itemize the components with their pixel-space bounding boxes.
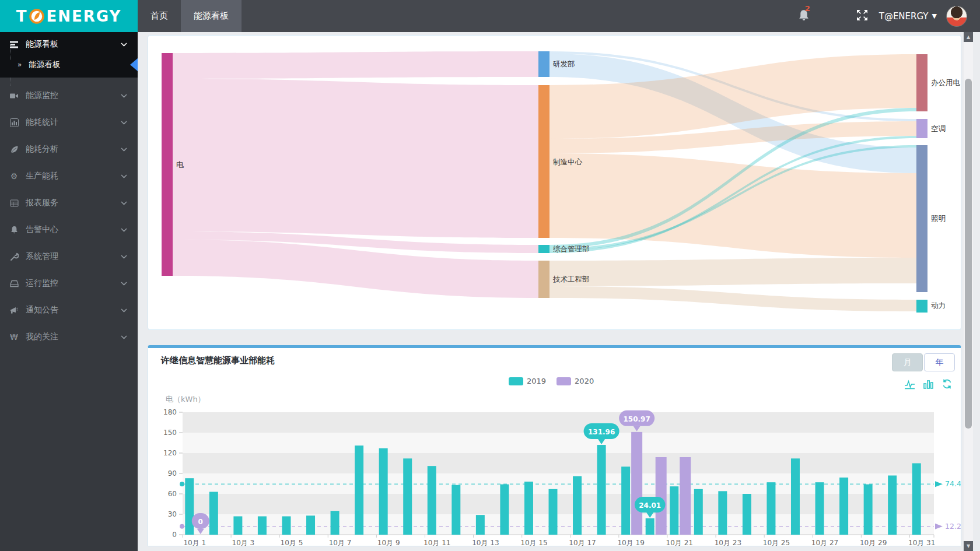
scroll-down-arrow[interactable]: ▼ bbox=[964, 541, 973, 551]
sidebar-item-energy-statistics[interactable]: 能耗统计 bbox=[0, 109, 138, 136]
sankey-node-general-admin[interactable] bbox=[538, 245, 550, 253]
bar-2020-day19[interactable] bbox=[631, 432, 642, 535]
bar-2019-day17[interactable] bbox=[573, 476, 582, 535]
dashboard-icon bbox=[9, 40, 19, 49]
sankey-node-electricity[interactable] bbox=[162, 53, 173, 276]
bar-2020-day20[interactable] bbox=[656, 457, 667, 535]
bar-2019-day30[interactable] bbox=[888, 476, 897, 535]
bar-2019-day28[interactable] bbox=[839, 478, 848, 535]
bar-2019-day21[interactable] bbox=[670, 486, 678, 535]
x-tick-label: 10月 1 bbox=[183, 539, 206, 546]
user-menu[interactable]: T@ENERGY bbox=[879, 11, 929, 22]
sankey-label: 空调 bbox=[931, 124, 946, 133]
scrollbar-thumb[interactable] bbox=[965, 79, 972, 429]
notification-bell[interactable]: 2 bbox=[797, 9, 810, 24]
grid-band bbox=[183, 412, 934, 433]
camera-icon bbox=[9, 92, 19, 100]
sankey-label: 制造中心 bbox=[553, 157, 583, 166]
bar-2019-day14[interactable] bbox=[500, 485, 509, 535]
sidebar-item-production-energy[interactable]: ⚙ 生产能耗 bbox=[0, 163, 138, 189]
sidebar-item-system-management[interactable]: 系统管理 bbox=[0, 243, 138, 270]
sidebar-item-energy-dashboard[interactable]: 能源看板 bbox=[0, 32, 138, 52]
average-arrow bbox=[935, 524, 943, 529]
bar-2019-day10[interactable] bbox=[403, 458, 412, 535]
bar-2019-day9[interactable] bbox=[379, 448, 388, 535]
legend-item-2019[interactable]: 2019 bbox=[509, 377, 546, 385]
sidebar-item-energy-monitoring[interactable]: 能源监控 bbox=[0, 82, 138, 109]
bar-2019-day13[interactable] bbox=[476, 515, 485, 535]
sidebar-item-alarm-center[interactable]: 告警中心 bbox=[0, 216, 138, 243]
tab-energy-dashboard[interactable]: 能源看板 bbox=[181, 0, 242, 32]
bar-2019-day8[interactable] bbox=[355, 445, 363, 535]
legend-item-2020[interactable]: 2020 bbox=[556, 377, 594, 385]
bar-2019-day27[interactable] bbox=[816, 482, 824, 535]
sankey-node-manufacturing-center[interactable] bbox=[538, 85, 550, 238]
sidebar-item-energy-analysis[interactable]: 能耗分析 bbox=[0, 136, 138, 163]
bar-2019-day20[interactable] bbox=[646, 518, 654, 535]
sidebar-item-label: 能耗分析 bbox=[26, 144, 58, 155]
legend-label: 2020 bbox=[575, 377, 594, 385]
sankey-node-rd-dept[interactable] bbox=[538, 51, 550, 77]
chevron-down-icon bbox=[121, 335, 127, 339]
bar-2019-day1[interactable] bbox=[185, 478, 194, 535]
bar-2019-day2[interactable] bbox=[209, 492, 218, 535]
sankey-node-hvac[interactable] bbox=[916, 119, 928, 138]
double-arrow-icon: » bbox=[18, 61, 22, 69]
sidebar-item-report-service[interactable]: 报表服务 bbox=[0, 189, 138, 216]
tab-home[interactable]: 首页 bbox=[138, 0, 181, 32]
bar-2019-day19[interactable] bbox=[621, 466, 630, 535]
user-caret-icon[interactable]: ▼ bbox=[932, 12, 937, 20]
sidebar-item-label: 报表服务 bbox=[26, 198, 58, 208]
bar-chart-icon[interactable] bbox=[923, 378, 934, 389]
bar-2019-day15[interactable] bbox=[524, 482, 533, 535]
sidebar-item-label: 告警中心 bbox=[26, 224, 58, 235]
y-tick-label: 150 bbox=[163, 429, 177, 437]
year-button[interactable]: 年 bbox=[924, 353, 955, 371]
bar-2019-day23[interactable] bbox=[718, 491, 727, 535]
bar-2019-day25[interactable] bbox=[766, 482, 775, 535]
bar-2019-day29[interactable] bbox=[864, 485, 873, 535]
x-tick-label: 10月 11 bbox=[424, 539, 450, 546]
sankey-node-lighting[interactable] bbox=[916, 145, 928, 292]
bar-2019-day3[interactable] bbox=[233, 517, 242, 535]
bar-2019-day16[interactable] bbox=[549, 489, 558, 535]
legend-label: 2019 bbox=[527, 377, 546, 385]
sidebar-subitem-energy-dashboard[interactable]: » 能源看板 bbox=[0, 52, 138, 78]
refresh-icon[interactable] bbox=[942, 378, 953, 389]
sidebar-item-operation-monitoring[interactable]: 运行监控 bbox=[0, 270, 138, 297]
bar-2019-day31[interactable] bbox=[912, 464, 921, 535]
sankey-node-office-power[interactable] bbox=[916, 54, 928, 111]
sidebar-item-notice[interactable]: 通知公告 bbox=[0, 297, 138, 324]
bar-2019-day22[interactable] bbox=[694, 489, 703, 535]
sankey-node-motive-power[interactable] bbox=[916, 300, 928, 313]
sankey-label: 照明 bbox=[931, 214, 946, 223]
energy-consumption-panel: 电（kWh）030609012015018010月 110月 310月 510月… bbox=[148, 345, 961, 546]
bar-2020-day21[interactable] bbox=[680, 457, 691, 535]
bar-2019-day12[interactable] bbox=[452, 485, 460, 535]
energy-flow-sankey[interactable]: 电 研发部 制造中心 综合管理部 技术工程部 办公用电 空调 照明 动力 bbox=[148, 36, 961, 329]
bar-2019-day5[interactable] bbox=[282, 517, 290, 535]
user-avatar[interactable] bbox=[946, 6, 967, 27]
drive-icon bbox=[9, 279, 19, 288]
bar-2019-day18[interactable] bbox=[597, 445, 606, 535]
fullscreen-icon[interactable] bbox=[856, 9, 869, 24]
line-chart-icon[interactable] bbox=[904, 378, 915, 389]
x-tick-label: 10月 23 bbox=[715, 539, 741, 546]
won-icon: ₩ bbox=[9, 333, 19, 341]
logo-text-suffix: ENERGY bbox=[46, 8, 121, 25]
bar-2019-day24[interactable] bbox=[743, 494, 751, 535]
x-tick-label: 10月 7 bbox=[329, 539, 352, 546]
grid-band bbox=[183, 433, 934, 453]
sankey-label: 办公用电 bbox=[931, 78, 961, 87]
bar-2019-day11[interactable] bbox=[428, 466, 436, 535]
sidebar-item-my-follow[interactable]: ₩ 我的关注 bbox=[0, 324, 138, 350]
sankey-node-tech-engineering[interactable] bbox=[538, 261, 550, 298]
gears-icon: ⚙ bbox=[9, 172, 19, 180]
month-button[interactable]: 月 bbox=[892, 353, 923, 371]
scroll-up-arrow[interactable]: ▲ bbox=[964, 32, 973, 42]
bar-2019-day6[interactable] bbox=[306, 515, 315, 535]
bar-2019-day7[interactable] bbox=[331, 511, 340, 535]
bar-2019-day4[interactable] bbox=[258, 517, 267, 535]
x-tick-label: 10月 3 bbox=[232, 539, 255, 546]
bar-2019-day26[interactable] bbox=[791, 458, 800, 535]
